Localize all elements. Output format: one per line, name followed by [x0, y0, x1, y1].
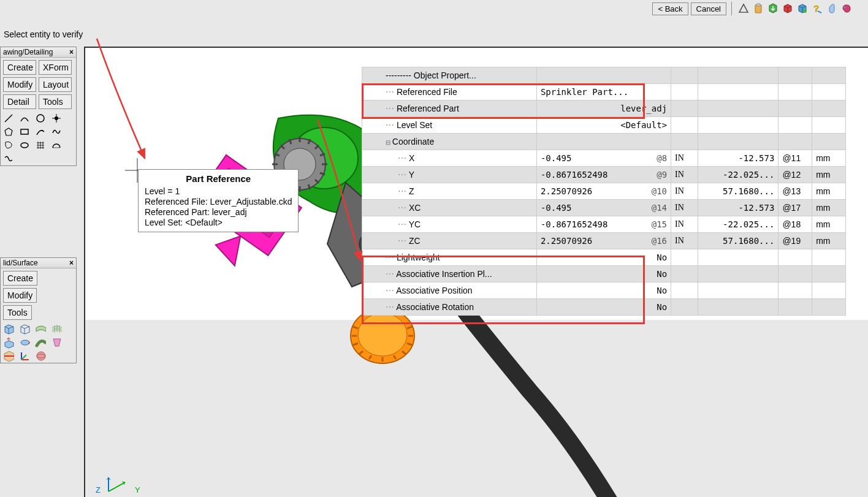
prop-name: Associative Insertion Pl... — [362, 266, 537, 283]
property-row[interactable]: XC-0.495@14IN-12.573@17mm — [362, 200, 846, 216]
prop-alt-id: @13 — [779, 183, 812, 200]
help-icon[interactable]: ? — [811, 2, 823, 15]
svg-rect-7 — [21, 129, 28, 134]
prop-value[interactable]: lever_adj — [536, 101, 671, 117]
property-row[interactable]: Referenced Partlever_adj — [362, 101, 846, 117]
toolbar-separator — [731, 2, 733, 15]
cancel-button[interactable]: Cancel — [691, 2, 726, 15]
prop-value[interactable]: No — [536, 283, 671, 299]
draw-modify-button[interactable]: Modify — [3, 77, 36, 92]
draw-xform-button[interactable]: XForm — [39, 60, 72, 75]
prop-alt-id — [779, 283, 812, 299]
prop-value[interactable]: 2.25070926@16 — [536, 233, 671, 249]
svg-point-10 — [37, 352, 45, 360]
property-row[interactable]: LightweightNo — [362, 249, 846, 266]
prop-value[interactable]: No — [536, 266, 671, 283]
polygon-tool-icon[interactable] — [3, 126, 14, 137]
surface-icon[interactable] — [35, 324, 46, 335]
property-row[interactable]: Associative PositionNo — [362, 283, 846, 299]
sketch-icon[interactable] — [3, 140, 14, 151]
prop-value[interactable]: -0.8671652498@9 — [536, 167, 671, 183]
property-row[interactable]: YC-0.8671652498@15IN-22.025...@18mm — [362, 216, 846, 233]
prop-alt-id — [779, 299, 812, 316]
triangle-icon[interactable] — [737, 2, 750, 15]
property-row[interactable]: X-0.495@8IN-12.573@11mm — [362, 150, 846, 167]
svg-point-19 — [358, 313, 407, 356]
semiarc-tool-icon[interactable] — [51, 140, 62, 151]
spline-tool-icon[interactable] — [51, 126, 62, 137]
solid-create-button[interactable]: Create — [3, 271, 37, 286]
axes-icon[interactable] — [19, 351, 30, 362]
arc-tool-icon[interactable] — [19, 113, 30, 124]
rect-tool-icon[interactable] — [19, 126, 30, 137]
prop-value[interactable]: -0.8671652498@15 — [536, 216, 671, 233]
property-table[interactable]: --------- Object Propert...Referenced Fi… — [362, 67, 846, 316]
prop-unit1: IN — [671, 167, 698, 183]
draw-layout-button[interactable]: Layout — [39, 77, 72, 92]
prop-alt-id: @17 — [779, 200, 812, 216]
solid-tools-button[interactable]: Tools — [3, 305, 32, 320]
close-icon[interactable]: × — [69, 48, 74, 56]
hand-icon[interactable] — [826, 2, 838, 15]
circle-tool-icon[interactable] — [35, 113, 46, 124]
property-row[interactable]: ZC2.25070926@16IN57.1680...@19mm — [362, 233, 846, 249]
ellipse-tool-icon[interactable] — [19, 140, 30, 151]
box-wire-icon[interactable] — [19, 324, 30, 335]
back-button[interactable]: < Back — [652, 2, 688, 15]
prop-value[interactable]: -0.495@8 — [536, 150, 671, 167]
prop-value[interactable] — [536, 67, 671, 84]
property-row[interactable]: Referenced FileSprinkler Part... — [362, 84, 846, 101]
freehand-tool-icon[interactable] — [3, 153, 14, 164]
prop-unit1 — [671, 134, 698, 150]
property-row[interactable]: Level Set<Default> — [362, 117, 846, 134]
property-row[interactable]: Z2.25070926@10IN57.1680...@13mm — [362, 183, 846, 200]
prompt-label: Select entity to verify — [4, 29, 83, 39]
cube-multi-icon[interactable] — [796, 2, 809, 15]
section-icon[interactable] — [3, 351, 14, 362]
prop-alt-value: -22.025... — [698, 167, 779, 183]
solid-panel: lid/Surface × Create Modify Tools — [0, 257, 77, 363]
prop-value[interactable] — [536, 134, 671, 150]
prop-name: X — [362, 150, 537, 167]
property-row[interactable]: Coordinate — [362, 134, 846, 150]
prop-alt-value — [698, 84, 779, 101]
shape-icon[interactable] — [840, 2, 853, 15]
tangent-arc-icon[interactable] — [35, 126, 46, 137]
prop-unit2: mm — [812, 200, 846, 216]
prop-unit2 — [812, 101, 846, 117]
prop-value[interactable]: No — [536, 249, 671, 266]
prop-value[interactable]: -0.495@14 — [536, 200, 671, 216]
draw-create-button[interactable]: Create — [3, 60, 36, 75]
solid-modify-button[interactable]: Modify — [3, 288, 37, 303]
drawing-panel-title: awing/Detailing — [3, 48, 53, 56]
property-row[interactable]: Associative Insertion Pl...No — [362, 266, 846, 283]
prop-unit1 — [671, 283, 698, 299]
sphere-icon[interactable] — [35, 351, 46, 362]
revolve-icon[interactable] — [19, 337, 30, 348]
property-row[interactable]: Associative RotationNo — [362, 299, 846, 316]
property-row[interactable]: --------- Object Propert... — [362, 67, 846, 84]
box-solid-icon[interactable] — [3, 324, 14, 335]
prop-value[interactable]: <Default> — [536, 117, 671, 134]
prop-value[interactable]: No — [536, 299, 671, 316]
prop-alt-id: @11 — [779, 150, 812, 167]
extrude-icon[interactable] — [3, 337, 14, 348]
cube-red-icon[interactable] — [782, 2, 794, 15]
export-icon[interactable] — [767, 2, 779, 15]
draw-detail-button[interactable]: Detail — [3, 94, 36, 109]
mesh-icon[interactable] — [51, 324, 62, 335]
draw-tools-button[interactable]: Tools — [39, 94, 72, 109]
prop-unit2: mm — [812, 216, 846, 233]
prop-value[interactable]: Sprinkler Part... — [536, 84, 671, 101]
prop-alt-id: @12 — [779, 167, 812, 183]
prop-value[interactable]: 2.25070926@10 — [536, 183, 671, 200]
line-tool-icon[interactable] — [3, 113, 14, 124]
point-tool-icon[interactable] — [51, 113, 62, 124]
clipboard-icon[interactable] — [752, 2, 764, 15]
prop-alt-value — [698, 101, 779, 117]
property-row[interactable]: Y-0.8671652498@9IN-22.025...@12mm — [362, 167, 846, 183]
grid-tool-icon[interactable] — [35, 140, 46, 151]
loft-icon[interactable] — [51, 337, 62, 348]
close-icon[interactable]: × — [69, 259, 74, 267]
sweep-icon[interactable] — [35, 337, 46, 348]
